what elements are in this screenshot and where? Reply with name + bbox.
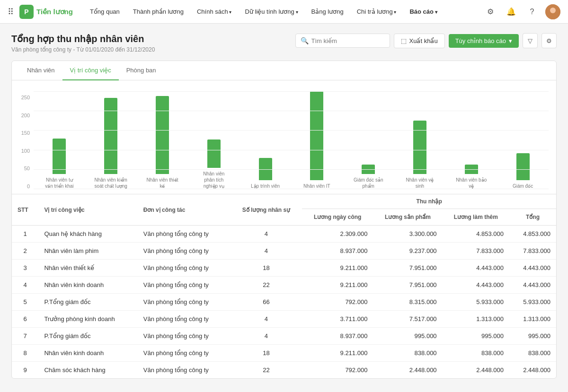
- cell-headcount: 22: [231, 277, 302, 294]
- bar-0: [53, 139, 66, 174]
- nav-chinh-sach[interactable]: Chính sách: [191, 4, 238, 19]
- y-label-50: 50: [19, 166, 30, 171]
- cell-headcount: 4: [231, 243, 302, 260]
- chevron-down-icon: ▾: [509, 37, 512, 44]
- table-body: 1 Quan hệ khách hàng Văn phòng tổng công…: [12, 226, 556, 379]
- cell-position: Nhân viên thiết kế: [38, 260, 137, 277]
- page-header: Tổng hợp thu nhập nhân viên Văn phòng tổ…: [11, 33, 557, 53]
- bar-label-7: Nhân viên vệ sinh: [403, 177, 436, 189]
- nav-thanh-phan-luong[interactable]: Thành phần lương: [127, 4, 189, 19]
- logo-letter: P: [24, 8, 28, 16]
- table-area: STT Vị trí công việc Đơn vị công tác Số …: [12, 194, 556, 378]
- nav-bang-luong[interactable]: Bảng lương: [306, 4, 349, 19]
- cell-unit: Văn phòng tổng công ty: [138, 328, 231, 345]
- bar-group-7: Nhân viên vệ sinh: [394, 121, 446, 189]
- cell-total: 4.853.000: [509, 226, 556, 243]
- table-row: 1 Quan hệ khách hàng Văn phòng tổng công…: [12, 226, 556, 243]
- table-row: 2 Nhân viên làm phim Văn phòng tổng công…: [12, 243, 556, 260]
- nav-du-lieu-tinh-luong[interactable]: Dữ liệu tính lương: [240, 4, 304, 19]
- tab-nhan-vien[interactable]: Nhân viên: [19, 61, 62, 80]
- nav-right: ⚙ 🔔 ?: [483, 4, 560, 19]
- main-content: Tổng hợp thu nhập nhân viên Văn phòng tổ…: [0, 24, 568, 388]
- bell-icon-btn[interactable]: 🔔: [504, 4, 519, 19]
- y-label-150: 150: [19, 130, 30, 136]
- nav-bao-cao[interactable]: Báo cáo: [404, 4, 443, 19]
- bar-group-5: Nhân viên IT: [291, 91, 343, 189]
- filter-button[interactable]: ▽: [523, 33, 538, 48]
- bar-group-1: Nhân viên kiểm soát chất lượng: [85, 98, 137, 189]
- search-input[interactable]: [311, 37, 385, 44]
- table-row: 8 Nhân viên kinh doanh Văn phòng tổng cô…: [12, 345, 556, 362]
- bar-4: [259, 158, 272, 180]
- th-position: Vị trí công việc: [38, 194, 137, 226]
- grid-menu-icon[interactable]: ⠿: [8, 7, 14, 17]
- page-title-area: Tổng hợp thu nhập nhân viên Văn phòng tổ…: [11, 33, 155, 53]
- cell-headcount: 4: [231, 226, 302, 243]
- customize-button[interactable]: Tùy chỉnh báo cáo ▾: [449, 34, 519, 48]
- cell-product-wage: 9.237.000: [373, 243, 442, 260]
- th-unit: Đơn vị công tác: [138, 194, 231, 226]
- nav-items: Tổng quan Thành phần lương Chính sách Dữ…: [84, 4, 483, 19]
- cell-daily-wage: 3.711.000: [302, 311, 373, 328]
- export-button[interactable]: ⬚ Xuất khẩu: [394, 34, 445, 48]
- th-overtime-wage: Lương làm thêm: [443, 209, 509, 226]
- bar-7: [413, 121, 426, 174]
- export-label: Xuất khẩu: [409, 37, 438, 44]
- data-table: STT Vị trí công việc Đơn vị công tác Số …: [12, 194, 556, 378]
- settings2-button[interactable]: ⚙: [541, 33, 557, 48]
- cell-product-wage: 995.000: [373, 328, 442, 345]
- bar-label-0: Nhân viên tư vấn triển khai: [43, 177, 76, 189]
- th-stt: STT: [12, 194, 38, 226]
- cell-position: Nhân viên kinh doanh: [38, 277, 137, 294]
- bar-2: [156, 96, 169, 174]
- customize-label: Tùy chỉnh báo cáo: [455, 37, 506, 44]
- avatar[interactable]: [545, 4, 560, 19]
- app-logo[interactable]: P Tiền lương: [19, 5, 73, 19]
- nav-chi-tra-luong[interactable]: Chi trả lương: [351, 4, 402, 19]
- logo-text: Tiền lương: [36, 8, 73, 16]
- cell-unit: Văn phòng tổng công ty: [138, 277, 231, 294]
- y-label-200: 200: [19, 113, 30, 118]
- cell-total: 7.833.000: [509, 243, 556, 260]
- bar-label-3: Nhân viên phân tích nghiệp vụ: [197, 171, 231, 189]
- y-label-0: 0: [19, 183, 30, 189]
- tab-vi-tri-cong-viec[interactable]: Vị trí công việc: [62, 61, 119, 80]
- chart-area: 250 200 150 100 50 0 Nhân viên tư vấn: [12, 80, 556, 194]
- bar-9: [516, 153, 530, 180]
- cell-daily-wage: 8.937.000: [302, 328, 373, 345]
- cell-stt: 5: [12, 294, 38, 311]
- cell-product-wage: 7.951.000: [373, 260, 442, 277]
- bar-label-1: Nhân viên kiểm soát chất lượng: [94, 177, 127, 189]
- cell-product-wage: 838.000: [373, 345, 442, 362]
- cell-total: 838.000: [509, 345, 556, 362]
- cell-total: 5.933.000: [509, 294, 556, 311]
- bar-label-8: Nhân viên bảo vệ: [455, 177, 488, 189]
- bar-group-4: Lập trình viên: [240, 158, 291, 189]
- help-icon-btn[interactable]: ?: [524, 4, 540, 19]
- table-row: 9 Chăm sóc khách hàng Văn phòng tổng côn…: [12, 362, 556, 379]
- cell-stt: 8: [12, 345, 38, 362]
- export-icon: ⬚: [401, 37, 407, 44]
- table-row: 7 P.Tổng giám đốc Văn phòng tổng công ty…: [12, 328, 556, 345]
- bar-label-4: Lập trình viên: [251, 183, 280, 189]
- cell-stt: 7: [12, 328, 38, 345]
- cell-stt: 9: [12, 362, 38, 379]
- cell-daily-wage: 2.309.000: [302, 226, 373, 243]
- cell-overtime-wage: 995.000: [443, 328, 509, 345]
- cell-total: 4.443.000: [509, 260, 556, 277]
- th-headcount: Số lượng nhân sự: [231, 194, 302, 226]
- tabs: Nhân viên Vị trí công việc Phòng ban: [12, 61, 556, 80]
- th-daily-wage: Lương ngày công: [302, 209, 373, 226]
- cell-total: 1.313.000: [509, 311, 556, 328]
- cell-daily-wage: 9.211.000: [302, 260, 373, 277]
- cell-overtime-wage: 5.933.000: [443, 294, 509, 311]
- table-row: 4 Nhân viên kinh doanh Văn phòng tổng cô…: [12, 277, 556, 294]
- th-product-wage: Lương sản phẩm: [373, 209, 442, 226]
- cell-stt: 2: [12, 243, 38, 260]
- cell-unit: Văn phòng tổng công ty: [138, 226, 231, 243]
- cell-overtime-wage: 2.448.000: [443, 362, 509, 379]
- bar-1: [104, 98, 117, 174]
- nav-tong-quan[interactable]: Tổng quan: [84, 4, 125, 19]
- settings-icon-btn[interactable]: ⚙: [483, 4, 498, 19]
- tab-phong-ban[interactable]: Phòng ban: [119, 61, 164, 80]
